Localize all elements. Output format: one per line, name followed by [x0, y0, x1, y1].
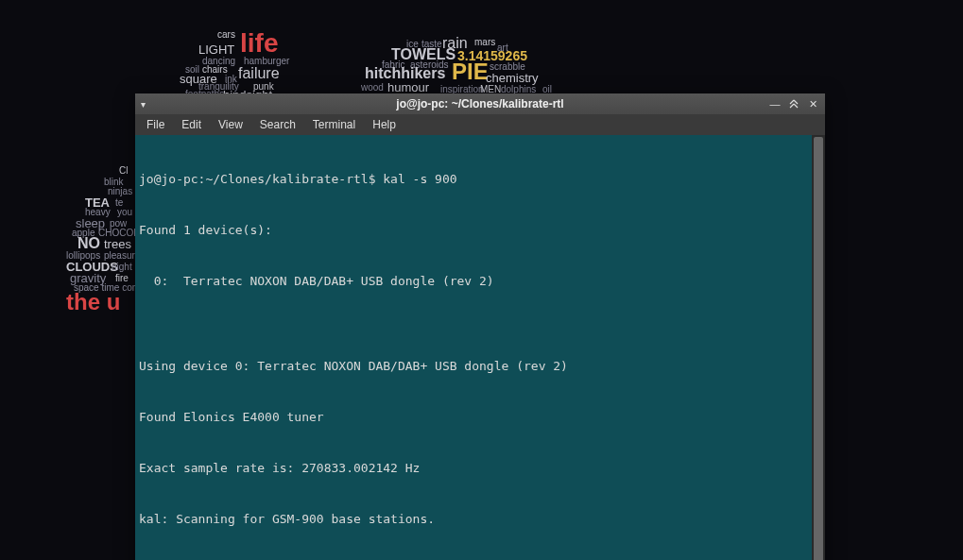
wc-word: failure [238, 66, 280, 81]
wc-word: you [117, 208, 132, 217]
wc-word: chemistry [486, 72, 539, 84]
wc-word-pie: PIE [452, 60, 489, 83]
wc-word: humour [387, 81, 429, 93]
wc-word: cars [217, 30, 235, 40]
terminal-line: kal: Scanning for GSM-900 base stations. [135, 511, 825, 528]
window-title: jo@jo-pc: ~/Clones/kalibrate-rtl [135, 97, 825, 110]
wc-word: mars [474, 38, 495, 47]
terminal-line: Found 1 device(s): [135, 222, 825, 239]
wc-word: trees [104, 238, 131, 250]
wc-word: night [112, 263, 132, 272]
wc-word: ninjas [108, 187, 132, 196]
wc-word: wood [361, 83, 384, 93]
minimize-button[interactable]: — [768, 97, 782, 110]
terminal-body[interactable]: jo@jo-pc:~/Clones/kalibrate-rtl$ kal -s … [135, 135, 825, 560]
menu-help[interactable]: Help [365, 116, 404, 133]
maximize-button[interactable] [787, 97, 800, 110]
wc-word: Cl [119, 166, 128, 176]
menu-view[interactable]: View [211, 116, 250, 133]
wc-word: LIGHT [198, 43, 234, 56]
wc-word: NO [77, 236, 100, 251]
wc-word-the-u: the u [66, 291, 120, 314]
terminal-line: Found Elonics E4000 tuner [135, 409, 825, 426]
terminal-line: 0: Terratec NOXON DAB/DAB+ USB dongle (r… [135, 273, 825, 290]
wc-word-life: life [240, 30, 278, 57]
terminal-line: Exact sample rate is: 270833.002142 Hz [135, 460, 825, 477]
close-button[interactable]: ✕ [806, 97, 819, 110]
command: kal -s 900 [383, 172, 456, 186]
wc-word: hitchhikers [365, 66, 445, 81]
menubar: File Edit View Search Terminal Help [135, 114, 825, 135]
menu-search[interactable]: Search [252, 116, 303, 133]
terminal-window: ▾ jo@jo-pc: ~/Clones/kalibrate-rtl — ✕ F… [135, 93, 825, 560]
window-controls: — ✕ [768, 97, 819, 110]
menu-edit[interactable]: Edit [174, 116, 209, 133]
terminal-line: jo@jo-pc:~/Clones/kalibrate-rtl$ kal -s … [135, 171, 825, 188]
maximize-icon [789, 99, 799, 109]
menu-file[interactable]: File [139, 116, 172, 133]
prompt: jo@jo-pc:~/Clones/kalibrate-rtl$ [139, 172, 383, 186]
terminal-line: Using device 0: Terratec NOXON DAB/DAB+ … [135, 358, 825, 375]
menu-terminal[interactable]: Terminal [305, 116, 363, 133]
titlebar[interactable]: ▾ jo@jo-pc: ~/Clones/kalibrate-rtl — ✕ [135, 93, 825, 114]
scrollbar-thumb[interactable] [814, 137, 823, 560]
window-menu-icon[interactable]: ▾ [141, 99, 146, 110]
scrollbar[interactable] [812, 135, 825, 560]
